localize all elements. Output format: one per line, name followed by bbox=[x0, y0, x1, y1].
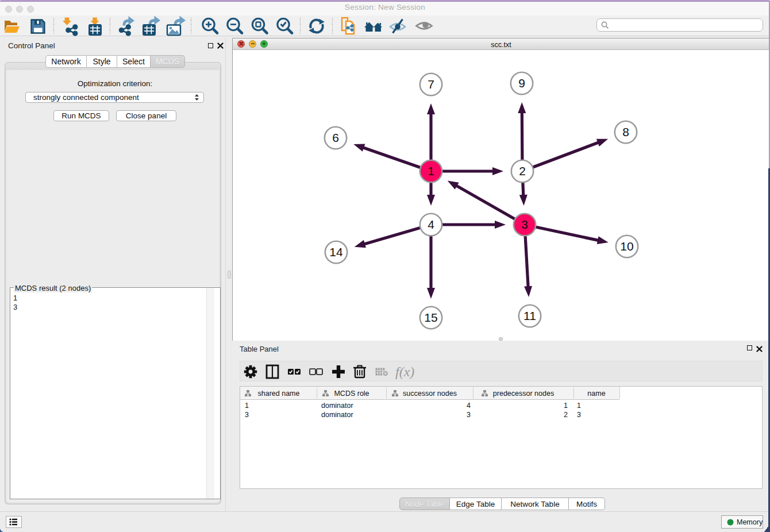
svg-text:2: 2 bbox=[519, 164, 526, 178]
svg-text:6: 6 bbox=[332, 131, 339, 144]
svg-text:3: 3 bbox=[577, 411, 581, 419]
svg-text:15: 15 bbox=[424, 311, 437, 324]
svg-text:1: 1 bbox=[577, 402, 581, 410]
svg-text:4: 4 bbox=[467, 402, 471, 410]
svg-text:shared name: shared name bbox=[258, 390, 300, 398]
svg-text:1: 1 bbox=[245, 402, 249, 410]
svg-text:3: 3 bbox=[245, 411, 249, 419]
svg-text:10: 10 bbox=[620, 240, 633, 253]
svg-text:3: 3 bbox=[521, 218, 528, 231]
svg-text:MCDS role: MCDS role bbox=[334, 390, 369, 398]
svg-text:successor nodes: successor nodes bbox=[403, 390, 457, 398]
svg-text:8: 8 bbox=[622, 125, 629, 138]
svg-text:4: 4 bbox=[428, 218, 434, 231]
svg-text:name: name bbox=[587, 390, 605, 398]
svg-text:predecessor nodes: predecessor nodes bbox=[493, 390, 554, 398]
svg-text:1: 1 bbox=[428, 164, 434, 178]
svg-text:dominator: dominator bbox=[321, 402, 353, 410]
svg-text:14: 14 bbox=[329, 245, 343, 259]
svg-text:9: 9 bbox=[518, 76, 525, 90]
svg-text:11: 11 bbox=[523, 309, 536, 322]
svg-text:2: 2 bbox=[564, 411, 568, 419]
svg-text:f(x): f(x) bbox=[395, 364, 414, 379]
svg-text:7: 7 bbox=[428, 78, 434, 91]
svg-text:1: 1 bbox=[564, 402, 568, 410]
svg-text:3: 3 bbox=[467, 411, 471, 419]
svg-text:dominator: dominator bbox=[321, 411, 353, 419]
